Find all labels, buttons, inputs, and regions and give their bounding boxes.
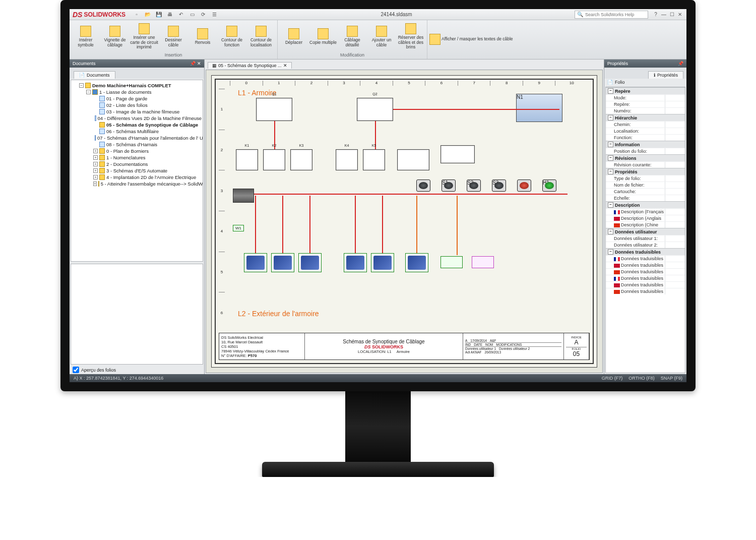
tree-item[interactable]: +0 - Plan de Borniers (93, 148, 202, 154)
cable-label-w1[interactable]: W1 (233, 225, 244, 231)
tree-item[interactable]: 04 - Différentes Vues 2D de la Machine F… (93, 115, 202, 122)
pin-icon[interactable]: 📌 ✕ (190, 61, 201, 66)
search-input[interactable] (585, 12, 646, 17)
device[interactable] (472, 256, 494, 268)
ribbon-button[interactable]: Renvois (188, 23, 217, 51)
property-row[interactable]: Description (Français (606, 208, 685, 215)
preview-checkbox[interactable] (73, 367, 79, 373)
help-icon[interactable]: ? (652, 11, 659, 18)
document-tab[interactable]: ▦05 - Schémas de Synoptique ...✕ (208, 62, 292, 69)
tree-item[interactable]: +5 - Atteindre l'assembalge mécanique-->… (93, 181, 202, 187)
property-row[interactable]: Cartouche: (606, 188, 685, 195)
property-row[interactable]: Echelle: (606, 195, 685, 201)
tree-item[interactable]: 01 - Page de garde (93, 95, 202, 102)
property-row[interactable]: Fonction: (606, 134, 685, 141)
property-row[interactable]: Révision courante: (606, 161, 685, 168)
component-k5[interactable]: K5 (363, 149, 385, 170)
grid-toggle[interactable]: GRID (F7) (602, 376, 623, 381)
pushbutton-s1[interactable]: S1 (442, 179, 456, 192)
ribbon-button[interactable]: Insérer une carte de circuit imprimé (130, 23, 158, 51)
new-icon[interactable]: ▫ (133, 11, 141, 19)
component-k3[interactable]: K3 (290, 149, 312, 170)
tree-item[interactable]: +2 - Documentations (93, 161, 202, 167)
component-q2[interactable]: Q2 (357, 98, 393, 121)
property-row[interactable]: Localisation: (606, 128, 685, 134)
property-row[interactable]: Données traduisibles (606, 262, 685, 268)
ribbon-button[interactable]: Vignette de câblage (101, 23, 129, 51)
property-section[interactable]: Information (606, 141, 685, 148)
open-icon[interactable]: 📂 (144, 11, 152, 19)
minimize-icon[interactable]: — (660, 11, 667, 18)
ribbon-button[interactable]: Contour de fonction (218, 23, 246, 51)
indicator-h1[interactable]: H1 (542, 179, 556, 192)
motor[interactable] (244, 253, 267, 272)
cursor-icon[interactable]: ▭ (188, 11, 196, 19)
property-row[interactable]: Description (Chine (606, 221, 685, 228)
component-terminal[interactable] (440, 145, 475, 163)
ribbon-button[interactable]: Dessiner câble (159, 23, 187, 51)
ribbon-button[interactable]: Câblage détaillé (338, 23, 366, 51)
property-row[interactable]: Repère: (606, 101, 685, 107)
drawing-canvas[interactable]: 012345678910 123456 L1 - Armoire L2 - Ex… (206, 70, 603, 373)
snap-toggle[interactable]: SNAP (F9) (661, 376, 682, 381)
property-section[interactable]: Données utilisateur (606, 228, 685, 235)
property-row[interactable]: Mode: (606, 94, 685, 101)
pushbutton-estop[interactable] (517, 179, 531, 192)
ribbon-button[interactable]: Contour de localisation (247, 23, 275, 51)
maximize-icon[interactable]: ☐ (668, 11, 675, 18)
search-box[interactable]: 🔍 (575, 11, 648, 19)
print-icon[interactable]: 🖶 (166, 11, 174, 19)
tree-item-selected[interactable]: 05 - Schémas de Synoptique de Câblage (93, 122, 202, 128)
property-row[interactable]: Description (Anglais (606, 215, 685, 221)
property-row[interactable]: Type de folio: (606, 175, 685, 182)
motor[interactable] (344, 253, 367, 272)
motor[interactable] (405, 253, 428, 272)
ribbon-button[interactable]: Afficher / masquer les textes de câble (429, 34, 513, 44)
document-tree[interactable]: −Demo Machine+Harnais COMPLET −1 - Liass… (71, 80, 203, 262)
property-row[interactable]: Données traduisibles (606, 275, 685, 281)
close-tab-icon[interactable]: ✕ (283, 63, 287, 68)
property-section[interactable]: Hiérarchie (606, 114, 685, 121)
property-row[interactable]: Numéro: (606, 107, 685, 114)
ribbon-button[interactable]: Ajouter un câble (367, 23, 396, 51)
property-row[interactable]: Données utilisateur 1: (606, 235, 685, 242)
motor[interactable] (371, 253, 394, 272)
component-k2[interactable]: K2 (263, 149, 285, 170)
tree-item[interactable]: 03 - Image de la machine filmeuse (93, 108, 202, 115)
pin-icon[interactable]: 📌 (678, 61, 683, 66)
ribbon-button[interactable]: Réserver des câbles et des brins (397, 23, 425, 51)
property-section[interactable]: Révisions (606, 154, 685, 161)
ribbon-button[interactable]: Déplacer (280, 23, 308, 51)
tree-item[interactable]: 07 - Schémas d'Harnais pour l'alimentati… (93, 135, 202, 141)
pushbutton-s3[interactable]: S3 (492, 179, 506, 192)
ortho-toggle[interactable]: ORTHO (F8) (628, 376, 654, 381)
tree-item[interactable]: +4 - Implantation 2D de l'Armoire Electr… (93, 174, 202, 181)
property-row[interactable]: Données traduisibles (606, 268, 685, 275)
component-k1[interactable]: K1 (236, 149, 258, 170)
component-k4[interactable]: K4 (336, 149, 358, 170)
properties-tab[interactable]: ℹPropriétés (648, 71, 683, 79)
close-icon[interactable]: ✕ (676, 11, 683, 18)
tree-item[interactable]: +1 - Nomenclatures (93, 154, 202, 161)
property-section[interactable]: Données traduisibles (606, 248, 685, 255)
property-row[interactable]: Données utilisateur 2: (606, 242, 685, 248)
pushbutton-s2[interactable]: S2 (467, 179, 481, 192)
save-icon[interactable]: 💾 (155, 11, 163, 19)
property-row[interactable]: Position du folio: (606, 148, 685, 154)
property-row[interactable]: Chemin: (606, 121, 685, 128)
tree-item[interactable]: +3 - Schémas d'E/S Automate (93, 167, 202, 174)
property-section[interactable]: Propriétés (606, 168, 685, 175)
options-icon[interactable]: ☰ (210, 11, 218, 19)
documents-tab[interactable]: 📄Documents (74, 71, 115, 79)
rebuild-icon[interactable]: ⟳ (199, 11, 207, 19)
device[interactable] (440, 256, 463, 268)
motor[interactable] (271, 253, 294, 272)
tree-item[interactable]: 06 - Schémas Multifilaire (93, 128, 202, 135)
property-section[interactable]: Description (606, 201, 685, 208)
property-grid[interactable]: RepèreMode:Repère:Numéro:HiérarchieChemi… (605, 87, 685, 373)
property-row[interactable]: Nom de fichier: (606, 182, 685, 188)
tree-item[interactable]: 02 - Liste des folios (93, 102, 202, 108)
motor[interactable] (298, 253, 322, 272)
property-section[interactable]: Repère (606, 87, 685, 94)
undo-icon[interactable]: ↶ (177, 11, 185, 19)
